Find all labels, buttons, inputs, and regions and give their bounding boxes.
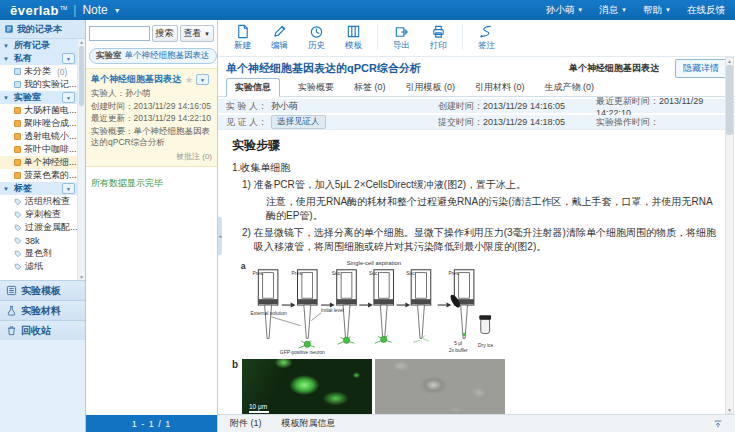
tree-item-notebook[interactable]: 聚咔唑合成... (7): [0, 117, 78, 130]
toolbar-separator: [462, 24, 463, 50]
entry-menu-button[interactable]: ▼: [196, 74, 209, 85]
tree-item-tag[interactable]: 活组织检查: [0, 195, 78, 208]
main-scrollbar[interactable]: ▲ ▼: [725, 57, 734, 414]
edit-button[interactable]: 编辑: [261, 22, 298, 52]
experiment-list-item[interactable]: 单个神经细胞基因表达... ★ ▼ 实验人：孙小萌 创建时间：2013/11/2…: [86, 68, 217, 167]
tree-expand-icon[interactable]: ▼: [3, 95, 11, 101]
svg-text:Pres.: Pres.: [252, 271, 263, 276]
new-document-icon: [235, 24, 250, 39]
step-2: 2) 在显微镜下，选择分离的单个细胞。显微下操作利用压力(3毫升注射器)清除单个…: [232, 226, 717, 254]
step-group: 1.收集单细胞: [232, 161, 717, 175]
tree-expand-icon[interactable]: ▼: [3, 186, 11, 192]
sidebar-item-templates[interactable]: 实验模板: [0, 280, 85, 300]
scroll-down-icon[interactable]: ▼: [79, 274, 84, 280]
printer-icon: [431, 24, 446, 39]
scrollbar-thumb[interactable]: [726, 65, 733, 135]
tab-experiment-info[interactable]: 实验信息: [226, 78, 280, 97]
feedback-link[interactable]: 在线反馈: [687, 4, 725, 17]
notebook-name: 单个神经细胞基因表达: [569, 62, 659, 75]
topbar: ēverlab TM | Note ▼ 孙小萌▼ 消息▼ 帮助▼ 在线反馈: [0, 0, 735, 20]
tree-item-tag[interactable]: 38k: [0, 234, 78, 247]
figure-a-diagram: a Single-cell aspiration Pres. Pres. Suc…: [236, 258, 510, 356]
tree-node-lab[interactable]: ▼ 实验室 ▼: [0, 91, 78, 104]
product-switch-caret-icon[interactable]: ▼: [114, 7, 121, 14]
view-dropdown-button[interactable]: 查看 ▼: [180, 25, 214, 42]
new-button[interactable]: 新建: [224, 22, 261, 52]
topbar-menus: 孙小萌▼ 消息▼ 帮助▼ 在线反馈: [546, 4, 725, 17]
export-icon: [394, 24, 409, 39]
search-row: 搜索 查看 ▼: [86, 20, 217, 46]
tab-referenced-templates[interactable]: 引用模板 (0): [404, 79, 458, 96]
results-column: 搜索 查看 ▼ 实验室 单个神经细胞基因表达 单个神经细胞基因表达... ★ ▼…: [86, 20, 218, 432]
app-logo: ēverlab TM | Note ▼: [10, 3, 121, 18]
group-menu-button[interactable]: ▼: [62, 92, 75, 103]
star-icon[interactable]: ★: [185, 75, 193, 85]
search-button[interactable]: 搜索: [152, 25, 178, 42]
sidebar-item-materials[interactable]: 实验材料: [0, 300, 85, 320]
sidebar-scrollbar[interactable]: ▲ ▼: [77, 39, 85, 280]
svg-text:2x buffer: 2x buffer: [449, 348, 468, 353]
signature-icon: [479, 24, 494, 39]
pager: 1 - 1 / 1: [86, 415, 217, 432]
entry-owner: 实验人：孙小萌: [91, 88, 212, 99]
attachments-tab[interactable]: 附件 (1): [230, 417, 262, 430]
tree-item-notebook[interactable]: 菠菜色素的... (1): [0, 169, 78, 182]
export-button[interactable]: 导出: [383, 22, 420, 52]
filter-chip-row: 实验室 单个神经细胞基因表达: [86, 46, 217, 68]
scroll-up-icon[interactable]: ▲: [727, 58, 732, 64]
main-panel: ◂ 新建 编辑 历史 模板 导出 打印 签注: [218, 20, 735, 432]
entry-created: 创建时间：2013/11/29 14:16:05: [91, 101, 212, 112]
info-row-1: 实 验 人：孙小萌 创建时间：2013/11/29 14:16:05 最近更新时…: [218, 99, 735, 113]
user-menu[interactable]: 孙小萌▼: [546, 4, 583, 17]
tree-item-uncategorized[interactable]: 未分类 (0): [0, 65, 78, 78]
experiment-title-link[interactable]: 单个神经细胞基因表达...: [91, 73, 182, 86]
template-button[interactable]: 模板: [335, 22, 372, 52]
messages-menu[interactable]: 消息▼: [599, 4, 627, 17]
tag-icon: [14, 263, 22, 271]
tree-item-notebook[interactable]: 大肠杆菌电... (5): [0, 104, 78, 117]
scroll-up-icon[interactable]: ▲: [79, 39, 84, 45]
group-menu-button[interactable]: ▼: [62, 53, 75, 64]
fluorescence-micrograph: 10 μm: [242, 359, 372, 414]
tree-item-tag[interactable]: 显色剂: [0, 247, 78, 260]
tree-item-notebook[interactable]: 透射电镜小... (0): [0, 130, 78, 143]
collapse-panel-button[interactable]: [713, 419, 723, 429]
tag-icon: [14, 211, 22, 219]
notebook-tree: ▼ 所有记录 ▼ 私有 ▼ 未分类 (0) 我的实验记... (1) ▼ 实验室…: [0, 39, 85, 280]
tab-tags[interactable]: 标签 (0): [352, 79, 388, 96]
scroll-down-icon[interactable]: ▼: [727, 407, 732, 413]
notebook-color-icon: [14, 68, 21, 75]
tree-expand-icon[interactable]: ▼: [3, 56, 11, 62]
help-menu[interactable]: 帮助▼: [643, 4, 671, 17]
product-name: Note: [82, 3, 107, 17]
tree-item-tag[interactable]: 过渡金属配...: [0, 221, 78, 234]
tree-item-notebook[interactable]: 茶叶中咖啡... (2): [0, 143, 78, 156]
search-input[interactable]: [89, 26, 150, 41]
tree-item-tag[interactable]: 穿刺检查: [0, 208, 78, 221]
tree-expand-icon[interactable]: ▼: [3, 43, 11, 49]
tree-item-notebook-selected[interactable]: 单个神经细... (1): [0, 156, 78, 169]
scrollbar-thumb[interactable]: [79, 46, 84, 106]
sidebar-item-trash[interactable]: 回收站: [0, 320, 85, 340]
tab-experiment-summary[interactable]: 实验概要: [296, 79, 336, 96]
tree-item-my-experiments[interactable]: 我的实验记... (1): [0, 78, 78, 91]
sign-button[interactable]: 签注: [468, 22, 505, 52]
scope-filter-chip[interactable]: 实验室 单个神经细胞基因表达: [89, 48, 217, 64]
print-button[interactable]: 打印: [420, 22, 457, 52]
tree-item-tag[interactable]: 滤纸: [0, 260, 78, 273]
trash-icon: [6, 325, 17, 336]
hide-details-button[interactable]: 隐藏详情: [675, 59, 727, 78]
tree-node-private[interactable]: ▼ 私有 ▼: [0, 52, 78, 65]
tree-node-all-records[interactable]: ▼ 所有记录: [0, 39, 78, 52]
svg-text:Pres.: Pres.: [292, 271, 303, 276]
tab-products[interactable]: 生成产物 (0): [543, 79, 597, 96]
group-menu-button[interactable]: ▼: [62, 183, 75, 194]
tab-referenced-materials[interactable]: 引用材料 (0): [473, 79, 527, 96]
clock-icon: [309, 24, 324, 39]
select-witness-button[interactable]: 选择见证人: [271, 115, 326, 129]
tree-node-tags[interactable]: ▼ 标签 ▼: [0, 182, 78, 195]
document-header: 单个神经细胞基因表达的qPCR综合分析 单个神经细胞基因表达 隐藏详情: [218, 57, 735, 79]
logo-tm: TM: [60, 5, 67, 11]
template-attached-info-tab[interactable]: 模板附属信息: [282, 417, 336, 430]
history-button[interactable]: 历史: [298, 22, 335, 52]
